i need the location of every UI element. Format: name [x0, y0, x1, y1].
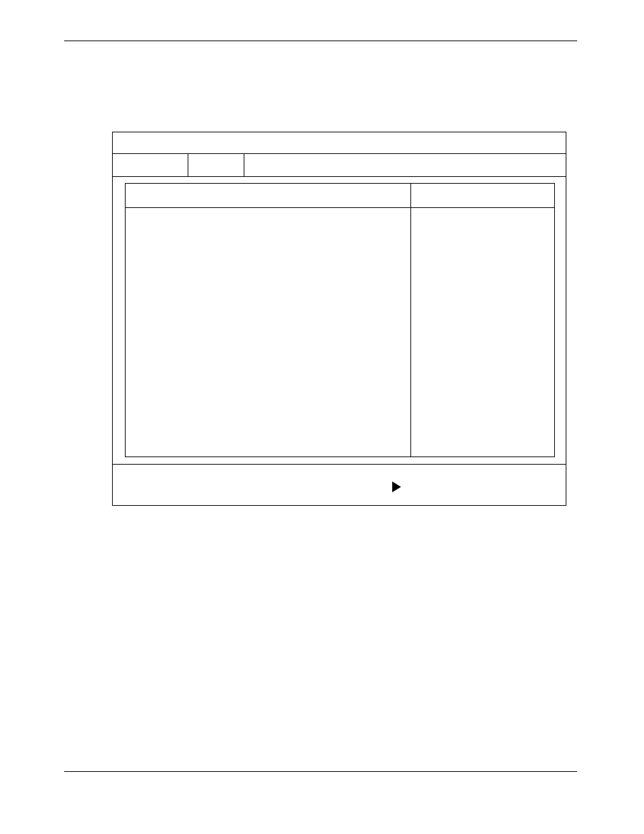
top-rule [64, 41, 577, 41]
inner-table-body [126, 208, 554, 457]
col-b [188, 154, 244, 176]
inner-header-right [411, 184, 554, 207]
col-c [244, 154, 566, 176]
inner-area [113, 177, 566, 464]
main-figure-box [112, 132, 566, 506]
col-a [113, 154, 188, 176]
inner-body-left [126, 208, 411, 457]
bottom-rule [64, 771, 577, 772]
inner-header-left [126, 184, 411, 207]
figure-title-row [113, 132, 566, 154]
figure-footer-row [113, 464, 566, 503]
inner-body-right [411, 208, 554, 457]
inner-table [125, 183, 555, 457]
document-page [0, 0, 644, 834]
play-icon [392, 481, 401, 492]
inner-table-header [126, 184, 554, 208]
columns-header-row [113, 154, 566, 177]
